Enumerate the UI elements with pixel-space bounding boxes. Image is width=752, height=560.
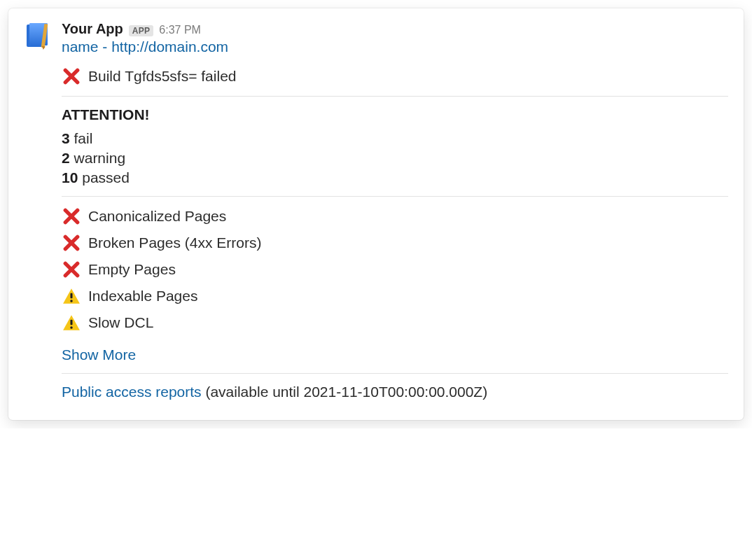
show-more-link[interactable]: Show More [62, 346, 136, 363]
issue-label: Canonicalized Pages [88, 208, 226, 225]
warning-icon [62, 286, 81, 306]
svg-point-10 [70, 326, 72, 328]
stat-row: 3 fail [62, 130, 728, 147]
stat-row: 10 passed [62, 169, 728, 186]
issues-list: Canonicalized PagesBroken Pages (4xx Err… [62, 206, 728, 332]
divider [62, 96, 728, 97]
attention-heading: ATTENTION! [62, 106, 728, 123]
issue-row: Broken Pages (4xx Errors) [62, 233, 728, 253]
stat-count: 10 [62, 169, 78, 186]
message-body: Build Tgfds5sfs= failed ATTENTION! 3 fai… [62, 66, 728, 400]
svg-point-7 [70, 300, 72, 302]
slack-message-card: Your App APP 6:37 PM name - http://domai… [8, 8, 744, 420]
public-reports-link[interactable]: Public access reports [62, 384, 202, 400]
attention-stats: 3 fail2 warning10 passed [62, 130, 728, 186]
app-badge: APP [129, 25, 154, 36]
stat-count: 3 [62, 130, 70, 146]
warning-icon [62, 313, 81, 332]
issue-row: Empty Pages [62, 260, 728, 279]
cross-icon [62, 66, 81, 86]
issue-label: Slow DCL [88, 314, 153, 331]
issue-label: Broken Pages (4xx Errors) [88, 234, 261, 251]
timestamp: 6:37 PM [159, 24, 201, 36]
stat-label: fail [74, 130, 93, 146]
message-title-link[interactable]: name - http://domain.com [62, 38, 228, 55]
issue-row: Slow DCL [62, 313, 728, 332]
divider [62, 196, 728, 197]
issue-label: Empty Pages [88, 261, 176, 278]
svg-rect-6 [70, 293, 72, 299]
footer-suffix: (available until 2021-11-10T00:00:00.000… [202, 384, 488, 400]
divider [62, 373, 728, 374]
issue-row: Indexable Pages [62, 286, 728, 306]
bot-name: Your App [62, 21, 123, 37]
cross-icon [62, 233, 81, 253]
build-status-text: Build Tgfds5sfs= failed [88, 68, 237, 85]
cross-icon [62, 260, 81, 279]
stat-count: 2 [62, 150, 70, 166]
build-status-row: Build Tgfds5sfs= failed [62, 66, 728, 86]
issue-label: Indexable Pages [88, 288, 197, 304]
stat-label: warning [74, 150, 126, 166]
footer-line: Public access reports (available until 2… [62, 384, 728, 400]
app-avatar [24, 21, 53, 50]
message-header: Your App APP 6:37 PM name - http://domai… [24, 21, 728, 55]
svg-rect-9 [70, 320, 72, 326]
stat-row: 2 warning [62, 150, 728, 167]
issue-row: Canonicalized Pages [62, 206, 728, 226]
stat-label: passed [82, 169, 130, 186]
cross-icon [62, 206, 81, 226]
